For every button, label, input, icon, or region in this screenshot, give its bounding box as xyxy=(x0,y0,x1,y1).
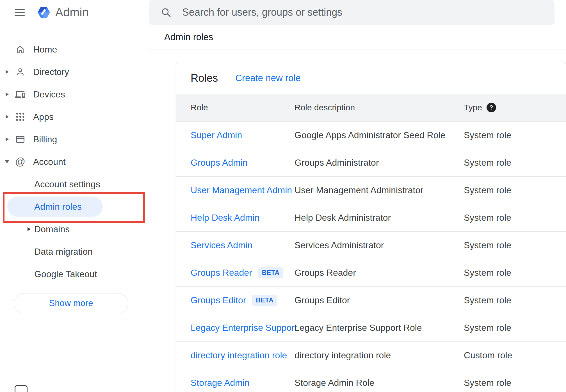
main-area: Admin roles Roles Create new role Role R… xyxy=(149,0,566,392)
role-type: System role xyxy=(464,158,566,168)
admin-console: Admin Home xyxy=(0,0,566,392)
role-description: Help Desk Administrator xyxy=(295,213,464,223)
role-link[interactable]: Groups Editor xyxy=(191,295,246,306)
column-header-type: Type ? xyxy=(464,103,566,112)
table-row: directory integration role directory int… xyxy=(176,341,566,369)
roles-card: Roles Create new role Role Role descript… xyxy=(176,62,566,392)
role-type: System role xyxy=(464,295,566,306)
sidebar-item-billing[interactable]: Billing xyxy=(0,128,149,151)
sidebar-item-directory[interactable]: Directory xyxy=(0,61,149,83)
help-icon[interactable]: ? xyxy=(487,103,496,112)
account-subitems: Account settings Admin roles Domains Dat… xyxy=(0,173,149,285)
chevron-right-icon xyxy=(6,92,9,96)
role-type: System role xyxy=(464,378,566,388)
table-row: Groups Editor BETA Groups Editor System … xyxy=(176,286,566,314)
table-row: Groups Admin Groups Administrator System… xyxy=(176,149,566,176)
sidebar-item-account[interactable]: @ Account xyxy=(0,151,149,173)
billing-icon xyxy=(15,134,25,145)
role-link[interactable]: User Management Admin xyxy=(191,185,292,195)
role-link[interactable]: Services Admin xyxy=(191,240,253,250)
sidebar-item-data-migration[interactable]: Data migration xyxy=(0,240,149,263)
search-input[interactable] xyxy=(182,0,554,25)
role-type: Custom role xyxy=(464,350,566,361)
role-link[interactable]: Help Desk Admin xyxy=(191,213,259,223)
chevron-down-icon xyxy=(5,160,9,163)
role-type: System role xyxy=(464,185,566,195)
role-link[interactable]: Groups Admin xyxy=(191,158,248,168)
role-description: Legacy Enterprise Support Role xyxy=(295,323,464,333)
sidebar-header: Admin xyxy=(0,0,149,25)
sidebar-item-admin-roles[interactable]: Admin roles xyxy=(0,195,149,218)
role-link[interactable]: Super Admin xyxy=(191,130,242,140)
role-description: User Management Administrator xyxy=(295,185,464,195)
role-type: System role xyxy=(464,268,566,278)
search-bar xyxy=(149,0,554,25)
role-link[interactable]: Legacy Enterprise Support xyxy=(191,323,297,333)
sidebar-item-google-takeout[interactable]: Google Takeout xyxy=(0,263,149,285)
role-link[interactable]: Groups Reader xyxy=(191,268,252,278)
sidebar-item-label: Apps xyxy=(33,112,54,122)
role-description: Services Administrator xyxy=(295,240,464,250)
sidebar-item-account-settings[interactable]: Account settings xyxy=(0,173,149,195)
chevron-right-icon xyxy=(6,70,9,74)
chevron-right-icon xyxy=(28,227,31,231)
table-row: Storage Admin Storage Admin Role System … xyxy=(176,369,566,392)
beta-badge: BETA xyxy=(252,295,277,306)
directory-icon xyxy=(15,66,25,78)
admin-logo: Admin xyxy=(36,5,89,20)
chevron-right-icon xyxy=(6,137,9,141)
sidebar-item-devices[interactable]: Devices xyxy=(0,83,149,106)
role-description: Google Apps Administrator Seed Role xyxy=(295,130,464,140)
sidebar: Admin Home xyxy=(0,0,149,392)
sidebar-item-home[interactable]: Home xyxy=(0,38,149,61)
menu-icon[interactable] xyxy=(15,9,25,16)
role-description: Groups Administrator xyxy=(295,158,464,168)
sidebar-item-label: Directory xyxy=(33,67,69,77)
partial-icon xyxy=(15,385,28,392)
role-description: Storage Admin Role xyxy=(295,378,464,388)
admin-logo-icon xyxy=(36,5,51,20)
devices-icon xyxy=(15,89,25,100)
role-type: System role xyxy=(464,130,566,140)
table-row: Legacy Enterprise Support Legacy Enterpr… xyxy=(176,314,566,341)
table-row: Help Desk Admin Help Desk Administrator … xyxy=(176,204,566,231)
role-type: System role xyxy=(464,240,566,250)
search-icon xyxy=(160,7,172,18)
role-link[interactable]: directory integration role xyxy=(191,350,287,361)
table-header: Role Role description Type ? xyxy=(176,94,566,121)
column-header-role-description: Role description xyxy=(295,103,464,112)
sidebar-item-label: Account xyxy=(33,157,66,167)
content: Roles Create new role Role Role descript… xyxy=(149,49,566,392)
roles-table-body: Super Admin Google Apps Administrator Se… xyxy=(176,121,566,392)
page-title: Roles xyxy=(191,72,218,84)
sidebar-nav: Home Directory De xyxy=(0,25,149,285)
column-header-role: Role xyxy=(191,103,295,112)
admin-logo-text: Admin xyxy=(55,6,89,19)
sidebar-item-label: Devices xyxy=(33,89,65,100)
sidebar-item-label: Home xyxy=(33,44,57,55)
create-new-role-link[interactable]: Create new role xyxy=(235,73,301,83)
breadcrumb: Admin roles xyxy=(164,32,213,42)
table-row: Super Admin Google Apps Administrator Se… xyxy=(176,121,566,149)
role-type: System role xyxy=(464,213,566,223)
show-more-button[interactable]: Show more xyxy=(14,293,128,313)
role-description: Groups Reader xyxy=(295,268,464,278)
role-description: Groups Editor xyxy=(295,295,464,306)
beta-badge: BETA xyxy=(258,267,283,278)
apps-icon xyxy=(15,111,25,122)
sidebar-item-domains[interactable]: Domains xyxy=(0,218,149,240)
sidebar-item-apps[interactable]: Apps xyxy=(0,106,149,128)
table-row: Services Admin Services Administrator Sy… xyxy=(176,231,566,259)
breadcrumb-bar: Admin roles xyxy=(149,25,566,49)
sidebar-divider xyxy=(0,365,149,365)
table-row: User Management Admin User Management Ad… xyxy=(176,176,566,204)
chevron-right-icon xyxy=(6,115,9,119)
sidebar-item-label: Billing xyxy=(33,134,57,145)
home-icon xyxy=(15,44,25,55)
table-row: Groups Reader BETA Groups Reader System … xyxy=(176,259,566,286)
role-type: System role xyxy=(464,323,566,333)
roles-card-header: Roles Create new role xyxy=(176,62,566,94)
role-link[interactable]: Storage Admin xyxy=(191,378,250,388)
role-description: directory integration role xyxy=(295,350,464,361)
account-icon: @ xyxy=(15,156,25,167)
